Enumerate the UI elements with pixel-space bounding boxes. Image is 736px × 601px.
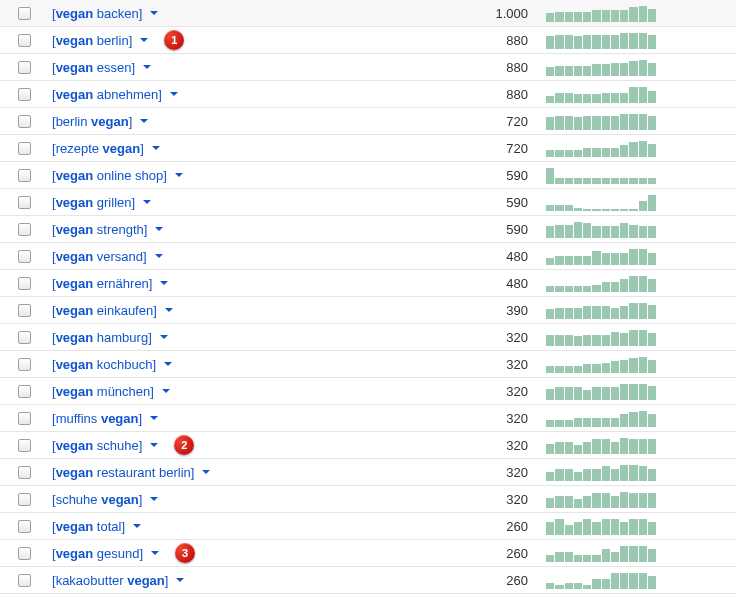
chevron-down-icon[interactable] — [162, 389, 170, 393]
row-checkbox[interactable] — [18, 115, 31, 128]
row-checkbox[interactable] — [18, 304, 31, 317]
sparkline — [546, 31, 656, 49]
trend-cell — [546, 328, 736, 346]
sparkline — [546, 112, 656, 130]
keyword-cell: [vegan backen] — [48, 6, 406, 21]
checkbox-cell — [0, 358, 48, 371]
keyword-link[interactable]: [schuhe vegan] — [52, 492, 142, 507]
chevron-down-icon[interactable] — [160, 281, 168, 285]
keyword-link[interactable]: [berlin vegan] — [52, 114, 132, 129]
row-checkbox[interactable] — [18, 520, 31, 533]
row-checkbox[interactable] — [18, 412, 31, 425]
row-checkbox[interactable] — [18, 61, 31, 74]
row-checkbox[interactable] — [18, 547, 31, 560]
trend-cell — [546, 517, 736, 535]
keyword-cell: [vegan essen] — [48, 60, 406, 75]
keyword-link[interactable]: [vegan grillen] — [52, 195, 135, 210]
checkbox-cell — [0, 7, 48, 20]
chevron-down-icon[interactable] — [133, 524, 141, 528]
row-checkbox[interactable] — [18, 223, 31, 236]
keyword-table: [vegan backen]1.000[vegan berlin]1880[ve… — [0, 0, 736, 594]
volume-cell: 590 — [406, 222, 546, 237]
keyword-link[interactable]: [vegan strength] — [52, 222, 147, 237]
keyword-cell: [vegan restaurant berlin] — [48, 465, 406, 480]
keyword-link[interactable]: [vegan schuhe] — [52, 438, 142, 453]
row-checkbox[interactable] — [18, 466, 31, 479]
chevron-down-icon[interactable] — [170, 92, 178, 96]
keyword-link[interactable]: [vegan kochbuch] — [52, 357, 156, 372]
keyword-cell: [vegan versand] — [48, 249, 406, 264]
keyword-link[interactable]: [vegan versand] — [52, 249, 147, 264]
chevron-down-icon[interactable] — [143, 65, 151, 69]
keyword-link[interactable]: [vegan essen] — [52, 60, 135, 75]
keyword-link[interactable]: [vegan backen] — [52, 6, 142, 21]
table-row: [kakaobutter vegan]260 — [0, 567, 736, 594]
checkbox-cell — [0, 115, 48, 128]
keyword-link[interactable]: [vegan berlin] — [52, 33, 132, 48]
row-checkbox[interactable] — [18, 439, 31, 452]
row-checkbox[interactable] — [18, 358, 31, 371]
chevron-down-icon[interactable] — [155, 254, 163, 258]
chevron-down-icon[interactable] — [140, 38, 148, 42]
row-checkbox[interactable] — [18, 385, 31, 398]
row-checkbox[interactable] — [18, 277, 31, 290]
row-checkbox[interactable] — [18, 34, 31, 47]
checkbox-cell — [0, 466, 48, 479]
trend-cell — [546, 220, 736, 238]
volume-cell: 320 — [406, 492, 546, 507]
trend-cell — [546, 355, 736, 373]
row-checkbox[interactable] — [18, 493, 31, 506]
chevron-down-icon[interactable] — [150, 11, 158, 15]
keyword-link[interactable]: [vegan restaurant berlin] — [52, 465, 194, 480]
keyword-link[interactable]: [vegan gesund] — [52, 546, 143, 561]
keyword-link[interactable]: [rezepte vegan] — [52, 141, 144, 156]
trend-cell — [546, 4, 736, 22]
row-checkbox[interactable] — [18, 169, 31, 182]
table-row: [vegan schuhe]2320 — [0, 432, 736, 459]
keyword-link[interactable]: [vegan ernähren] — [52, 276, 152, 291]
keyword-link[interactable]: [vegan einkaufen] — [52, 303, 157, 318]
sparkline — [546, 301, 656, 319]
volume-cell: 480 — [406, 276, 546, 291]
keyword-link[interactable]: [vegan hamburg] — [52, 330, 152, 345]
row-checkbox[interactable] — [18, 142, 31, 155]
row-checkbox[interactable] — [18, 331, 31, 344]
keyword-link[interactable]: [vegan online shop] — [52, 168, 167, 183]
trend-cell — [546, 436, 736, 454]
row-checkbox[interactable] — [18, 196, 31, 209]
sparkline — [546, 382, 656, 400]
trend-cell — [546, 544, 736, 562]
chevron-down-icon[interactable] — [140, 119, 148, 123]
chevron-down-icon[interactable] — [165, 308, 173, 312]
chevron-down-icon[interactable] — [155, 227, 163, 231]
trend-cell — [546, 490, 736, 508]
chevron-down-icon[interactable] — [152, 146, 160, 150]
row-checkbox[interactable] — [18, 88, 31, 101]
chevron-down-icon[interactable] — [143, 200, 151, 204]
keyword-link[interactable]: [kakaobutter vegan] — [52, 573, 168, 588]
sparkline — [546, 517, 656, 535]
trend-cell — [546, 247, 736, 265]
keyword-link[interactable]: [muffins vegan] — [52, 411, 142, 426]
volume-cell: 320 — [406, 384, 546, 399]
keyword-link[interactable]: [vegan total] — [52, 519, 125, 534]
chevron-down-icon[interactable] — [150, 497, 158, 501]
chevron-down-icon[interactable] — [164, 362, 172, 366]
row-checkbox[interactable] — [18, 7, 31, 20]
row-checkbox[interactable] — [18, 574, 31, 587]
chevron-down-icon[interactable] — [160, 335, 168, 339]
checkbox-cell — [0, 88, 48, 101]
sparkline — [546, 4, 656, 22]
chevron-down-icon[interactable] — [150, 416, 158, 420]
chevron-down-icon[interactable] — [176, 578, 184, 582]
keyword-link[interactable]: [vegan abnehmen] — [52, 87, 162, 102]
chevron-down-icon[interactable] — [151, 551, 159, 555]
row-checkbox[interactable] — [18, 250, 31, 263]
chevron-down-icon[interactable] — [150, 443, 158, 447]
volume-cell: 880 — [406, 33, 546, 48]
chevron-down-icon[interactable] — [175, 173, 183, 177]
sparkline — [546, 166, 656, 184]
sparkline — [546, 85, 656, 103]
chevron-down-icon[interactable] — [202, 470, 210, 474]
keyword-link[interactable]: [vegan münchen] — [52, 384, 154, 399]
